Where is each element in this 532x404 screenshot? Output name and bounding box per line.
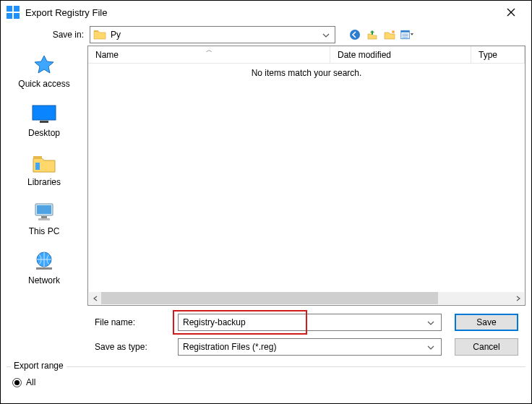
places-bar: Quick access Desktop Libraries This PC N… <box>1 46 87 306</box>
titlebar: Export Registry File <box>1 1 531 24</box>
window-title: Export Registry File <box>25 7 497 18</box>
back-icon[interactable] <box>348 28 361 41</box>
col-name[interactable]: ︿ Name <box>88 46 330 63</box>
place-quick-access[interactable]: Quick access <box>1 50 87 92</box>
svg-rect-3 <box>14 13 20 19</box>
save-as-type-field[interactable]: Registration Files (*.reg) <box>178 338 442 356</box>
form-rows: File name: Registry-backup Save Save as … <box>1 306 531 364</box>
sort-asc-icon: ︿ <box>206 46 213 55</box>
file-name-field[interactable]: Registry-backup <box>178 314 442 331</box>
nav-icons <box>348 28 413 41</box>
svg-rect-9 <box>401 30 409 32</box>
save-button[interactable]: Save <box>455 314 518 331</box>
folder-icon <box>93 29 106 40</box>
scroll-right-icon[interactable] <box>512 292 524 304</box>
svg-rect-19 <box>41 216 47 218</box>
place-desktop[interactable]: Desktop <box>1 99 87 141</box>
svg-rect-2 <box>7 13 12 19</box>
place-label: This PC <box>1 226 87 236</box>
libraries-icon <box>1 151 87 176</box>
desktop-icon <box>1 102 87 126</box>
scroll-left-icon[interactable] <box>89 292 101 304</box>
chevron-down-icon[interactable] <box>425 342 437 352</box>
svg-rect-6 <box>94 30 98 32</box>
export-range-group: Export range All <box>7 366 525 393</box>
up-one-level-icon[interactable] <box>366 28 379 41</box>
registry-icon <box>7 6 20 19</box>
file-name-row: File name: Registry-backup Save <box>1 310 525 335</box>
place-label: Desktop <box>1 128 87 138</box>
network-icon <box>1 249 87 274</box>
main-area: Quick access Desktop Libraries This PC N… <box>1 46 531 306</box>
radio-all[interactable] <box>12 378 22 387</box>
this-pc-icon <box>1 200 87 225</box>
svg-point-7 <box>350 30 360 40</box>
col-type[interactable]: Type <box>471 46 525 63</box>
svg-rect-13 <box>33 106 56 120</box>
col-name-label: Name <box>95 50 119 60</box>
col-type-label: Type <box>479 50 497 60</box>
svg-rect-22 <box>36 267 52 270</box>
save-in-label: Save in: <box>7 30 90 40</box>
file-name-label: File name: <box>1 317 178 327</box>
col-date[interactable]: Date modified <box>330 46 471 63</box>
scroll-track[interactable] <box>101 292 512 304</box>
svg-rect-0 <box>7 6 12 12</box>
view-menu-icon[interactable] <box>400 28 413 41</box>
place-libraries[interactable]: Libraries <box>1 148 87 190</box>
save-in-toolbar: Save in: Py <box>1 24 531 46</box>
cancel-button-label: Cancel <box>473 342 499 352</box>
file-name-value: Registry-backup <box>183 317 425 327</box>
save-as-type-row: Save as type: Registration Files (*.reg)… <box>1 335 525 359</box>
place-label: Network <box>1 275 87 285</box>
svg-rect-15 <box>33 156 42 159</box>
save-as-type-value: Registration Files (*.reg) <box>183 342 425 352</box>
cancel-button[interactable]: Cancel <box>455 338 518 356</box>
place-network[interactable]: Network <box>1 246 87 288</box>
radio-all-label: All <box>26 377 35 387</box>
file-listing[interactable]: ︿ Name Date modified Type No items match… <box>87 46 525 306</box>
svg-rect-18 <box>37 205 51 214</box>
col-date-label: Date modified <box>338 50 391 60</box>
svg-rect-14 <box>40 121 48 123</box>
svg-rect-20 <box>38 218 50 220</box>
save-button-label: Save <box>476 317 496 327</box>
place-label: Quick access <box>1 79 87 89</box>
chevron-down-icon[interactable] <box>425 317 437 327</box>
new-folder-icon[interactable] <box>383 28 396 41</box>
svg-rect-16 <box>35 163 40 170</box>
export-range-legend: Export range <box>11 361 66 371</box>
empty-message: No items match your search. <box>88 64 525 78</box>
column-headers: ︿ Name Date modified Type <box>88 46 525 64</box>
save-in-combo[interactable]: Py <box>90 26 335 43</box>
svg-rect-1 <box>14 6 20 12</box>
place-label: Libraries <box>1 177 87 187</box>
save-as-type-label: Save as type: <box>1 342 178 352</box>
quick-access-icon <box>1 53 87 77</box>
radio-all-row[interactable]: All <box>12 377 520 387</box>
h-scrollbar[interactable] <box>89 292 524 304</box>
chevron-down-icon <box>320 30 332 40</box>
place-this-pc[interactable]: This PC <box>1 197 87 239</box>
scroll-thumb[interactable] <box>101 292 438 304</box>
save-in-value: Py <box>111 30 320 40</box>
close-button[interactable] <box>497 1 525 24</box>
